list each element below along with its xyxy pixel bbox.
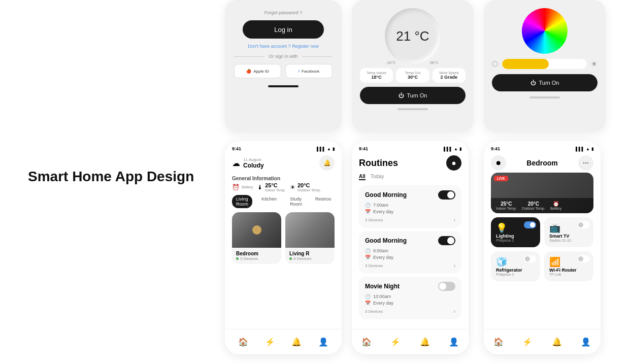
status-time: 9:41 [232, 146, 241, 151]
tv-toggle[interactable] [577, 221, 589, 228]
devices-row-3: 3 Devices › [365, 309, 455, 314]
facebook-button[interactable]: f Facebook [285, 64, 333, 78]
chevron-right-icon-2: › [454, 263, 455, 269]
routine-item-1: Good Morning 🕐 7:00am 📅 Every day 3 Devi… [359, 185, 461, 228]
tv-sub: Skytion 21-10 [549, 239, 588, 242]
city-name: Coludy [243, 162, 264, 169]
brightness-slider-row: ☀ [492, 59, 598, 69]
routine-toggle-2[interactable] [438, 236, 455, 245]
record-button[interactable]: ⏺ [446, 155, 461, 171]
brightness-slider[interactable] [502, 59, 587, 69]
router-toggle[interactable] [577, 255, 589, 262]
routine-time-3: 🕐 10:00am [365, 294, 455, 299]
register-link[interactable]: Register now [292, 44, 319, 49]
weather-icon: ☁ [232, 158, 240, 168]
divider-row: Or sign in with [234, 54, 333, 59]
fridge-toggle[interactable] [524, 255, 536, 262]
battery-stat: ⏰ Battery [232, 182, 253, 192]
status-time: 9:41 [491, 146, 500, 151]
bottom-nav: 🏠 ⚡ 🔔 👤 [352, 329, 469, 354]
routine-item-3: Movie Night 🕐 10:00am 📅 Every day 3 Devi… [359, 277, 461, 319]
indoor-temp-stat: 🌡 25°C Indoor Temp. [257, 182, 286, 192]
routine-toggle-3[interactable] [438, 282, 455, 291]
signal-icon: ▌▌▌ [576, 147, 584, 151]
weather-turn-on-button[interactable]: ⏻ Turn On [360, 87, 466, 104]
outdoor-temp-stat: ☀ 20°C Outdoor Temp. [290, 182, 321, 192]
more-button[interactable]: ⋯ [578, 155, 593, 171]
devices-grid: 💡 Lighting Philipsius 2 📺 Smart TV Skyti… [484, 213, 601, 285]
nav-home-icon[interactable]: 🏠 [361, 337, 372, 347]
bedroom-room-card[interactable]: Bedroom 3 Devices [232, 212, 281, 264]
filter-all[interactable]: All [359, 174, 366, 180]
smart-tv-device-card[interactable]: 📺 Smart TV Skytion 21-10 [544, 217, 593, 247]
apple-id-button[interactable]: 🍎 Apple ID [234, 64, 281, 78]
lighting-toggle[interactable] [524, 221, 536, 228]
apple-icon: 🍎 [246, 69, 251, 74]
tab-study[interactable]: Study Room [286, 195, 306, 208]
nav-bell-icon[interactable]: 🔔 [291, 337, 302, 347]
devices-count-1: 3 Devices [365, 218, 383, 222]
nav-home-icon[interactable]: 🏠 [493, 337, 504, 347]
temp-icon: 🌡 [257, 184, 263, 191]
status-icons: ▌▌▌ ▲ ▮ [576, 147, 593, 151]
login-button[interactable]: Log in [243, 20, 324, 39]
power-icon: ⏻ [399, 92, 404, 98]
nav-bell-icon[interactable]: 🔔 [420, 337, 430, 347]
bedroom-image [232, 212, 281, 248]
living-room-card[interactable]: Living R 6 Devices [285, 212, 335, 264]
nav-profile-icon[interactable]: 👤 [581, 337, 591, 347]
facebook-icon: f [299, 69, 300, 74]
routine-detail-1: 🕐 7:00am 📅 Every day [365, 203, 455, 214]
nav-bell-icon[interactable]: 🔔 [552, 337, 562, 347]
light-turn-on-button[interactable]: ⏻ Turn On [492, 74, 598, 91]
refrigerator-device-card[interactable]: 🧊 Refrigerator Philipsius 2 [491, 251, 540, 281]
wifi-icon: ▲ [586, 147, 590, 151]
routine-header-3: Movie Night [365, 282, 455, 291]
nav-power-icon[interactable]: ⚡ [390, 337, 401, 347]
room-tabs: Living Room Kitchen Study Room Restroo [225, 195, 342, 208]
nav-profile-icon[interactable]: 👤 [449, 337, 459, 347]
router-icon: 📶 [549, 257, 560, 267]
routine-toggle-1[interactable] [438, 190, 455, 200]
outdoor-temp-stat: 20°C Outdoor Temp. [522, 201, 545, 210]
chevron-right-icon-3: › [454, 309, 455, 314]
tab-living-room[interactable]: Living Room [232, 195, 252, 208]
devices-row-2: 3 Devices › [365, 263, 455, 269]
temperature-value: 21 °C [396, 28, 429, 44]
tab-restroom[interactable]: Restroo [311, 195, 336, 208]
routines-title: Routines [359, 158, 398, 169]
chevron-right-icon: › [454, 217, 455, 223]
status-time: 9:41 [359, 146, 368, 151]
forgot-password-text: Forgot password ? [264, 10, 303, 15]
back-button[interactable]: ⏺ [491, 155, 506, 171]
nav-power-icon[interactable]: ⚡ [522, 337, 533, 347]
battery-stat: ⏰ Battery [550, 201, 561, 210]
routines-phone-card: 9:41 ▌▌▌ ▲ ▮ Routines ⏺ All Today Good M… [352, 141, 469, 354]
bottom-nav: 🏠 ⚡ 🔔 👤 [484, 329, 601, 354]
lighting-device-card[interactable]: 💡 Lighting Philipsius 2 [491, 217, 540, 247]
stats-row: ⏰ Battery 🌡 25°C Indoor Temp. ☀ 20°C Out… [225, 182, 342, 192]
nav-power-icon[interactable]: ⚡ [265, 337, 275, 347]
clock-icon: 🕐 [365, 248, 371, 253]
section-title: General Information [225, 173, 342, 182]
clock-icon: 🕐 [365, 203, 371, 208]
battery-icon: ▮ [333, 147, 335, 151]
tab-kitchen[interactable]: Kitchen [257, 195, 281, 208]
wifi-router-device-card[interactable]: 📶 Wi-Fi Router TP Link [544, 251, 593, 281]
camera-stats: 25°C Indoor Temp. 20°C Outdoor Temp. ⏰ B… [491, 198, 593, 213]
status-bar: 9:41 ▌▌▌ ▲ ▮ [484, 141, 601, 153]
status-icons: ▌▌▌ ▲ ▮ [317, 147, 335, 151]
nav-profile-icon[interactable]: 👤 [318, 337, 328, 347]
router-name: Wi-Fi Router [549, 268, 588, 273]
filter-today[interactable]: Today [371, 174, 384, 180]
rooms-grid: Bedroom 3 Devices Living R 6 Devices [225, 212, 342, 264]
status-icons: ▌▌▌ ▲ ▮ [444, 147, 461, 151]
color-wheel[interactable] [522, 8, 568, 54]
battery-icon: ▮ [591, 147, 593, 151]
living-room-info: Living R 6 Devices [285, 248, 335, 264]
sun-icon: ☀ [290, 184, 295, 191]
nav-home-icon[interactable]: 🏠 [238, 337, 248, 347]
devices-count-2: 3 Devices [365, 263, 383, 268]
notification-button[interactable]: 🔔 [319, 155, 335, 171]
tv-icon: 📺 [549, 223, 560, 233]
